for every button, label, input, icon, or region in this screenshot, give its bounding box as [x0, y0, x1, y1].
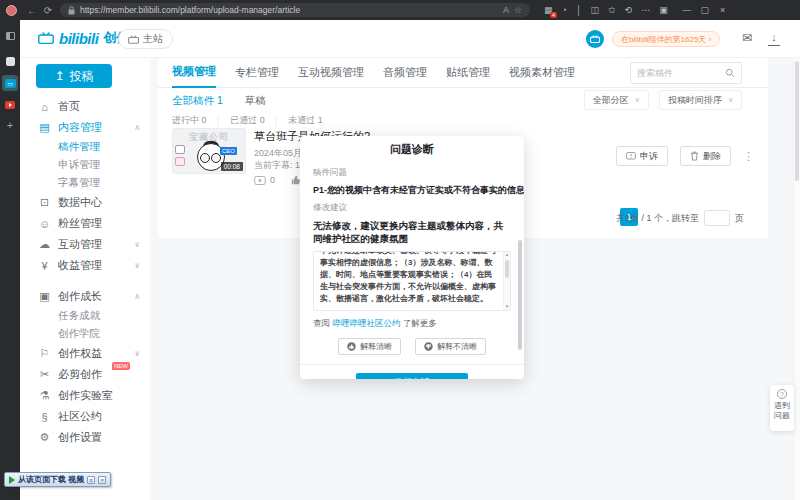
start-appeal-button[interactable]: 发起申诉	[356, 373, 468, 379]
new-tab-button[interactable]: +	[2, 117, 18, 133]
anniversary-badge[interactable]: 在bilibili陪伴的第1625天 ›	[612, 31, 720, 47]
chevron-down-icon: ∨	[728, 96, 733, 104]
read-aloud-icon[interactable]: A	[503, 5, 509, 15]
advice-label: 修改建议	[313, 202, 511, 214]
sidebar-item-creator-growth[interactable]: ▣创作成长∧	[20, 286, 150, 307]
sidebar-item-manuscript-management[interactable]: 稿件管理	[20, 138, 150, 156]
sidebar-item-label: 互动管理	[58, 237, 102, 252]
main-site-button[interactable]: 主站	[118, 29, 173, 49]
status-rejected[interactable]: 未通过 1	[288, 114, 323, 127]
sidebar-item-fans-management[interactable]: ☺粉丝管理	[20, 213, 150, 234]
sidebar-item-income-management[interactable]: ¥收益管理∨	[20, 255, 150, 276]
sidebar-item-content-management[interactable]: ▤内容管理∧	[20, 117, 150, 138]
extensions-icon[interactable]: ▦4	[544, 5, 553, 15]
sidebar-item-task-achievement[interactable]: 任务成就	[20, 307, 150, 325]
status-passed[interactable]: 已通过 0	[230, 114, 265, 127]
page-jump-input[interactable]	[704, 210, 730, 226]
policy-link-row: 查阅 哔哩哔哩社区公约 了解更多	[313, 318, 511, 330]
back-icon[interactable]: ←	[24, 5, 40, 16]
tab-column-management[interactable]: 专栏管理	[235, 58, 279, 88]
subtab-draft[interactable]: 草稿	[245, 94, 266, 108]
bookmark-star-icon[interactable]: ☆	[514, 5, 522, 15]
sidebar-item-creator-academy[interactable]: 创作学院	[20, 325, 150, 343]
user-avatar[interactable]	[586, 30, 604, 48]
sidebar-item-data-center[interactable]: ⊡数据中心	[20, 192, 150, 213]
interaction-icon: ☁	[38, 238, 51, 251]
restore-button[interactable]: ▢	[696, 5, 714, 15]
sidebar-profile-icon[interactable]: ▣	[659, 5, 668, 15]
tab-favicon-bilibili[interactable]: ▭	[2, 75, 18, 91]
advice-text: 无法修改，建议更换内容主题或整体内容，共同维护社区的健康氛围	[313, 219, 511, 245]
minimize-button[interactable]: —	[678, 5, 696, 15]
search-input[interactable]	[637, 68, 725, 78]
help-label-line2: 问题	[774, 411, 790, 421]
sidebar-item-creation-lab[interactable]: ⚗创作实验室	[20, 385, 150, 406]
mail-icon[interactable]: ✉	[742, 31, 752, 45]
content-icon: ▤	[38, 121, 51, 134]
menu-dots-icon[interactable]: ⋯	[641, 5, 650, 15]
modal-scrollbar-thumb[interactable]	[518, 240, 522, 350]
split-screen-icon[interactable]: ◫	[591, 5, 600, 15]
address-bar[interactable]: https://member.bilibili.com/platform/upl…	[60, 3, 530, 17]
sidebar-item-appeal-management[interactable]: 申诉管理	[20, 156, 150, 174]
help-feedback-widget[interactable]: ? 遇到 问题	[770, 385, 794, 431]
scroll-up-icon[interactable]: ▲	[505, 252, 509, 257]
download-bar-close-button[interactable]: ×	[98, 476, 106, 484]
tab-video-material-management[interactable]: 视频素材管理	[509, 58, 575, 88]
sidebar-item-creator-rights[interactable]: ⚐创作权益∨	[20, 343, 150, 364]
help-label-line1: 遇到	[774, 401, 790, 411]
close-button[interactable]: ×	[714, 5, 732, 15]
sidebar-item-home[interactable]: ⌂首页	[20, 96, 150, 117]
thumbs-up-icon	[347, 342, 356, 351]
delete-button[interactable]: 删除	[680, 146, 731, 166]
community-pact-link[interactable]: 哔哩哔哩社区公约	[332, 318, 400, 328]
subtab-all-manuscripts[interactable]: 全部稿件 1	[172, 94, 223, 108]
status-in-progress[interactable]: 进行中 0	[172, 114, 207, 127]
download-bar-settings-button[interactable]: ≡	[87, 476, 95, 484]
search-icon[interactable]	[725, 68, 735, 78]
sort-filter-select[interactable]: 投稿时间排序∨	[659, 90, 742, 110]
refresh-icon[interactable]: ⟳	[40, 5, 56, 16]
history-icon[interactable]: ⟲	[625, 5, 633, 15]
tab-interactive-video-management[interactable]: 互动视频管理	[298, 58, 364, 88]
sidebar-item-subtitle-management[interactable]: 字幕管理	[20, 174, 150, 192]
tab-favicon-video-site[interactable]	[2, 97, 18, 113]
divider: │	[216, 116, 222, 126]
pane-toggle-icon[interactable]	[2, 28, 18, 44]
sidebar-item-label: 社区公约	[58, 409, 102, 424]
tab-favicon-generic[interactable]	[2, 53, 18, 69]
tab-audio-management[interactable]: 音频管理	[383, 58, 427, 88]
chevron-down-icon: ∨	[635, 96, 640, 104]
history-clock-icon[interactable]: ◔	[562, 5, 567, 15]
appeal-button[interactable]: 申诉	[616, 146, 668, 166]
page-scrollbar[interactable]	[793, 58, 800, 500]
sidebar-item-creation-settings[interactable]: ⚙创作设置	[20, 427, 150, 448]
scroll-down-icon[interactable]: ▼	[504, 304, 510, 310]
scrollbox-scrollbar[interactable]: ▲ ▼	[503, 252, 510, 310]
zone-filter-select[interactable]: 全部分区∨	[584, 90, 649, 110]
appeal-icon	[626, 152, 636, 161]
modal-body: 稿件问题 P1-您的视频中含有未经官方证实或不符合事实的信息 修改建议 无法修改…	[300, 167, 524, 379]
sidebar-item-community-pact[interactable]: §社区公约	[20, 406, 150, 427]
ceo-badge: CEO	[220, 147, 237, 155]
home-icon: ⌂	[38, 101, 51, 113]
explanation-clear-button[interactable]: 解释清晰	[338, 338, 401, 355]
browser-profile-avatar[interactable]	[6, 5, 17, 16]
sidebar-item-interaction-management[interactable]: ☁互动管理∨	[20, 234, 150, 255]
tab-sticker-management[interactable]: 贴纸管理	[446, 58, 490, 88]
scrollbox-thumb[interactable]	[505, 260, 509, 278]
sidebar-item-bijian-creation[interactable]: ✂必剪创作NEW	[20, 364, 150, 385]
favorites-icon[interactable]: ✩	[608, 5, 616, 15]
policy-scrollbox[interactable]: 不允许通过断章取义、篡改、误导等手段，编造与事实相悖的虚假信息；（3）涉及名称、…	[313, 251, 511, 311]
lock-icon	[68, 6, 75, 15]
download-extension-bar[interactable]: 从该页面下载 视频 ≡ ×	[4, 472, 111, 487]
video-subtitle-info: 当前字幕: 1 (	[254, 159, 306, 172]
submit-button[interactable]: ↥ 投稿	[36, 64, 112, 88]
delete-label: 删除	[703, 150, 721, 163]
video-thumbnail[interactable]: 宝藏公司 CEO 00:08	[172, 128, 246, 174]
download-icon[interactable]: ↓	[768, 31, 780, 46]
explanation-unclear-button[interactable]: 解释不清晰	[415, 338, 486, 355]
scrollbar-thumb[interactable]	[795, 61, 799, 181]
more-actions-icon[interactable]: ⋮	[743, 150, 754, 163]
tab-video-management[interactable]: 视频管理	[172, 58, 216, 88]
